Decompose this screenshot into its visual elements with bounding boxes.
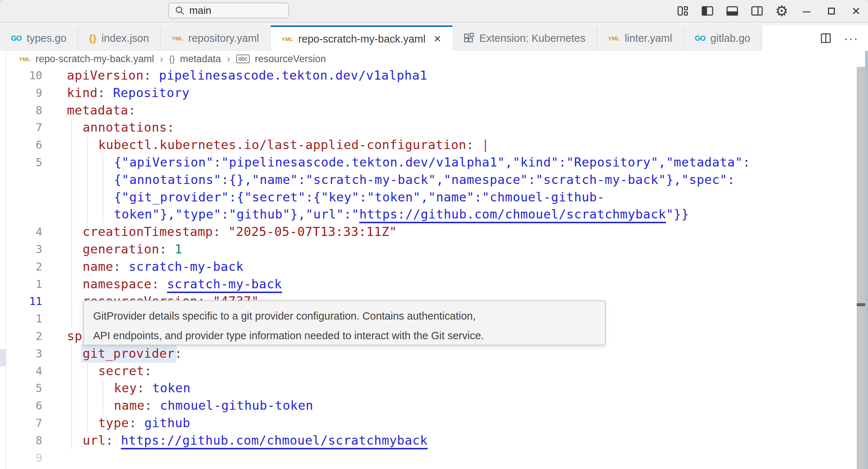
line-content[interactable]: name: scratch-my-back [67,258,243,276]
tab-repo-scratch-my-back-yaml[interactable]: YMLrepo-scratch-my-back.yaml✕ [271,25,452,51]
indent-guide [71,154,72,171]
code-line[interactable]: 2name: scratch-my-back [0,258,852,276]
line-content[interactable]: generation: 1 [67,241,182,258]
code-token: creationTimestamp [83,224,213,239]
code-token: Repository [113,85,190,100]
breadcrumb: YMLrepo-scratch-my-back.yaml›{}metadata›… [0,51,868,67]
line-content[interactable]: git_provider: [67,345,182,362]
line-content[interactable]: type: github [67,414,190,432]
line-content[interactable]: annotations: [67,119,175,136]
code-line[interactable]: token"},"type":"github"},"url":"https://… [0,206,852,223]
tab-label: gitlab.go [710,32,750,44]
code-line[interactable]: 1namespace: scratch-my-back [0,276,852,293]
code-area[interactable]: 10apiVersion: pipelinesascode.tekton.dev… [0,67,852,466]
code-line[interactable]: 8metadata: [0,102,852,119]
close-button[interactable]: ✕ [849,3,863,19]
line-content[interactable]: kubectl.kubernetes.io/last-applied-confi… [67,136,490,154]
maximize-button[interactable] [824,3,838,19]
code-line[interactable]: 6name: chmouel-github-token [0,397,852,414]
code-token: github [144,416,190,430]
line-content[interactable]: token"},"type":"github"},"url":"https://… [67,206,689,223]
code-line[interactable]: 4creationTimestamp: "2025-05-07T13:33:11… [0,223,852,241]
code-line[interactable]: 10apiVersion: pipelinesascode.tekton.dev… [0,67,852,84]
hover-tooltip: GitProvider details specific to a git pr… [83,300,606,345]
breadcrumb-separator: › [160,53,163,65]
code-line[interactable]: {"git_provider":{"secret":{"key":"token"… [0,189,852,206]
line-content[interactable]: {"annotations":{},"name":"scratch-my-bac… [67,171,735,189]
toggle-panel-icon[interactable] [725,3,739,19]
toggle-secondary-sidebar-icon[interactable] [750,3,764,19]
line-content[interactable]: apiVersion: pipelinesascode.tekton.dev/v… [67,67,427,84]
line-content[interactable]: creationTimestamp: "2025-05-07T13:33:11Z… [67,223,397,241]
toggle-primary-sidebar-icon[interactable] [701,3,714,19]
indent-guide [87,189,88,206]
code-token: : [167,120,175,135]
indent-guide [103,171,103,189]
code-token: : [128,103,136,117]
tab-types-go[interactable]: GOtypes.go [0,25,78,51]
minimize-button[interactable]: – [800,3,813,19]
breadcrumb-separator: › [227,53,230,65]
line-content[interactable]: kind: Repository [67,84,190,102]
code-token: : [175,346,182,361]
line-content[interactable]: {"apiVersion":"pipelinesascode.tekton.de… [67,154,750,171]
indent-guide [71,241,72,258]
code-link[interactable]: https://github.com/chmouel/scratchmyback [359,207,666,223]
tab-extension-kubernetes[interactable]: Extension: Kubernetes [452,25,597,51]
settings-gear-icon[interactable]: ⚙ [775,3,789,19]
code-token: : [144,68,159,83]
tooltip-line-2: API endpoints, and provider type informa… [93,326,595,345]
code-line[interactable]: 9 [0,449,852,467]
line-content[interactable]: url: https://github.com/chmouel/scratchm… [67,432,428,449]
code-line[interactable]: 3generation: 1 [0,241,852,258]
line-content[interactable]: namespace: scratch-my-back [67,276,282,293]
code-token: : [213,224,228,239]
vertical-scrollbar[interactable] [857,67,865,469]
code-line[interactable]: 9kind: Repository [0,84,852,102]
code-line[interactable]: 3git_provider: [0,345,852,362]
indent-guide [71,293,72,310]
code-line[interactable]: 4secret: [0,362,852,380]
indent-guide [103,154,103,171]
breadcrumb-item-resourceversion[interactable]: resourceVersion [255,53,326,65]
more-actions-icon[interactable]: ··· [844,31,859,45]
code-line[interactable]: 5key: token [0,380,852,397]
code-token: pipelinesascode.tekton.dev/v1alpha1 [159,68,427,83]
command-center[interactable]: main [168,3,289,19]
line-content[interactable]: {"git_provider":{"secret":{"key":"token"… [67,189,605,206]
line-content[interactable]: key: token [67,380,191,397]
code-line[interactable]: 8url: https://github.com/chmouel/scratch… [0,432,852,449]
indent-guide [87,171,88,189]
close-icon[interactable]: ✕ [433,33,441,45]
breadcrumb-item-metadata[interactable]: metadata [180,53,221,65]
code-token: {"apiVersion":"pipelinesascode.tekton.de… [114,155,750,169]
code-line[interactable]: 6kubectl.kubernetes.io/last-applied-conf… [0,136,852,154]
code-token: apiVersion [67,68,144,83]
tab-linter-yaml[interactable]: YMLlinter.yaml [597,25,684,51]
yaml-icon: YML [172,35,183,41]
yaml-icon: YML [19,56,31,62]
tab-index-json[interactable]: {}index.json [78,25,161,51]
code-link[interactable]: https://github.com/chmouel/scratchmyback [121,433,428,449]
code-token: 1 [175,242,182,256]
code-token: name [114,398,144,413]
code-link[interactable]: scratch-my-back [167,277,282,293]
breadcrumb-item-repo-scratch-my-back-yaml[interactable]: repo-scratch-my-back.yaml [36,53,154,65]
code-token: scratch-my-back [128,259,243,274]
line-content[interactable]: metadata: [67,102,136,119]
code-line[interactable]: {"annotations":{},"name":"scratch-my-bac… [0,171,852,189]
line-content[interactable]: name: chmouel-github-token [67,397,313,414]
tab-repository-yaml[interactable]: YMLrepository.yaml [161,25,271,51]
code-line[interactable]: 7type: github [0,414,852,432]
code-line[interactable]: 5{"apiVersion":"pipelinesascode.tekton.d… [0,154,852,171]
code-line[interactable]: 7annotations: [0,119,852,136]
code-token: kind [67,85,98,100]
customize-layout-icon[interactable] [676,3,690,19]
indent-guide [71,276,72,293]
code-token: : [137,381,152,395]
split-editor-icon[interactable] [820,32,832,44]
line-content[interactable]: secret: [67,362,152,380]
code-token: secret [98,364,144,378]
tab-gitlab-go[interactable]: GOgitlab.go [684,25,762,51]
code-token: url [83,433,106,448]
